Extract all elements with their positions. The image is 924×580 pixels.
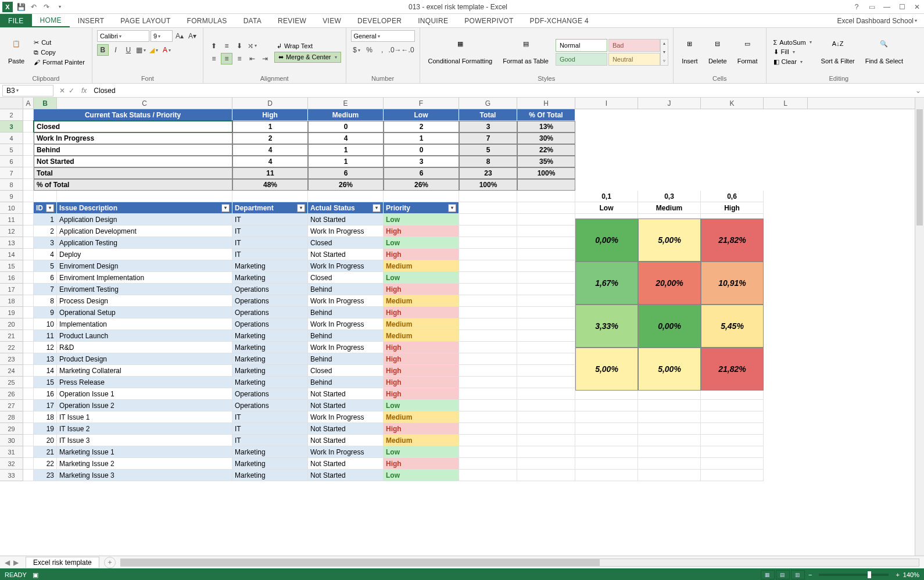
matrix-cell[interactable]: 5,00% <box>575 348 638 391</box>
issue-id[interactable]: 14 <box>34 365 57 377</box>
paste-button[interactable]: 📋 Paste <box>5 39 28 66</box>
copy-button[interactable]: ⧉Copy <box>31 48 87 57</box>
summary-val[interactable]: 0 <box>308 121 384 133</box>
row-header[interactable]: 15 <box>0 260 23 272</box>
issue-desc[interactable]: Operation Issue 2 <box>57 400 232 411</box>
cell[interactable] <box>459 284 517 295</box>
issue-dept[interactable]: Marketing <box>232 353 308 365</box>
vertical-scrollbar[interactable] <box>915 98 924 556</box>
cell[interactable] <box>23 353 34 365</box>
issue-status[interactable]: Closed <box>308 272 384 284</box>
issue-priority[interactable]: Medium <box>384 435 459 446</box>
issue-desc[interactable]: Application Testing <box>57 237 232 249</box>
cell[interactable] <box>575 470 638 481</box>
col-header-I[interactable]: I <box>575 98 638 109</box>
underline-button[interactable]: U <box>123 44 134 56</box>
summary-val[interactable]: 1 <box>384 133 459 144</box>
issue-desc[interactable]: Application Design <box>57 214 232 225</box>
tab-home[interactable]: HOME <box>32 14 70 27</box>
cell[interactable] <box>459 388 517 400</box>
cell[interactable] <box>517 202 575 214</box>
row-header[interactable]: 22 <box>0 342 23 353</box>
summary-val[interactable]: 1 <box>308 156 384 167</box>
cell[interactable] <box>701 411 764 423</box>
tab-file[interactable]: FILE <box>0 14 32 27</box>
indent-increase-button[interactable]: ⇥ <box>259 53 271 65</box>
cell[interactable] <box>23 388 34 400</box>
cell[interactable] <box>23 237 34 249</box>
cell[interactable] <box>23 249 34 260</box>
cell[interactable] <box>517 330 575 342</box>
cell[interactable] <box>575 435 638 446</box>
issue-desc[interactable]: Product Launch <box>57 330 232 342</box>
cell[interactable] <box>23 272 34 284</box>
issue-dept[interactable]: Operations <box>232 400 308 411</box>
row-header[interactable]: 31 <box>0 446 23 458</box>
style-neutral[interactable]: Neutral <box>608 53 660 66</box>
cell[interactable] <box>638 400 701 411</box>
col-header-E[interactable]: E <box>308 98 384 109</box>
summary-total[interactable]: 6 <box>308 167 384 179</box>
tab-insert[interactable]: INSERT <box>70 14 113 27</box>
cell[interactable] <box>575 411 638 423</box>
issue-desc[interactable]: Marketing Issue 3 <box>57 470 232 481</box>
row-header[interactable]: 24 <box>0 365 23 377</box>
cell[interactable] <box>23 458 34 470</box>
issue-status[interactable]: Not Started <box>308 249 384 260</box>
cell[interactable] <box>459 411 517 423</box>
issue-desc[interactable]: Marketing Issue 1 <box>57 446 232 458</box>
cell[interactable] <box>517 458 575 470</box>
row-header[interactable]: 23 <box>0 353 23 365</box>
cell[interactable] <box>23 400 34 411</box>
cell[interactable] <box>701 458 764 470</box>
cell[interactable] <box>517 446 575 458</box>
issue-desc[interactable]: Operational Setup <box>57 307 232 318</box>
issues-header[interactable]: Issue Description▾ <box>57 202 232 214</box>
maximize-icon[interactable]: ☐ <box>897 2 907 12</box>
row-header[interactable]: 8 <box>0 179 23 191</box>
issue-dept[interactable]: Marketing <box>232 458 308 470</box>
matrix-cell[interactable]: 5,00% <box>638 348 701 391</box>
matrix-cell[interactable]: 0,00% <box>638 305 701 348</box>
row-header[interactable]: 21 <box>0 330 23 342</box>
issue-desc[interactable]: IT Issue 1 <box>57 411 232 423</box>
cell[interactable] <box>23 318 34 330</box>
issue-status[interactable]: Work In Progress <box>308 318 384 330</box>
row-header[interactable]: 10 <box>0 202 23 214</box>
row-header[interactable]: 17 <box>0 284 23 295</box>
matrix-cell[interactable]: 5,45% <box>701 305 764 348</box>
issue-status[interactable]: Not Started <box>308 470 384 481</box>
issue-id[interactable]: 20 <box>34 435 57 446</box>
decrease-font-button[interactable]: A▾ <box>187 30 198 42</box>
issue-id[interactable]: 21 <box>34 446 57 458</box>
tab-view[interactable]: VIEW <box>314 14 349 27</box>
cell[interactable] <box>638 458 701 470</box>
filter-button[interactable]: ▾ <box>46 204 54 212</box>
issue-desc[interactable]: IT Issue 3 <box>57 435 232 446</box>
issue-desc[interactable]: Enviroment Design <box>57 260 232 272</box>
cell[interactable] <box>517 365 575 377</box>
column-headers[interactable]: ABCDEFGHIJKL <box>0 98 924 109</box>
issue-dept[interactable]: Marketing <box>232 446 308 458</box>
row-header[interactable]: 14 <box>0 249 23 260</box>
cell[interactable] <box>23 179 34 191</box>
issue-priority[interactable]: High <box>384 377 459 388</box>
cell[interactable] <box>34 191 57 202</box>
cell[interactable] <box>459 202 517 214</box>
issue-dept[interactable]: IT <box>232 225 308 237</box>
issue-status[interactable]: Work In Progress <box>308 260 384 272</box>
row-header[interactable]: 26 <box>0 388 23 400</box>
issue-priority[interactable]: Low <box>384 400 459 411</box>
issue-priority[interactable]: Low <box>384 446 459 458</box>
issue-desc[interactable]: Enviroment Testing <box>57 284 232 295</box>
row-header[interactable]: 13 <box>0 237 23 249</box>
matrix-cell[interactable]: 3,33% <box>575 305 638 348</box>
cell[interactable] <box>459 318 517 330</box>
tab-pdf-xchange[interactable]: PDF-XChange 4 <box>522 14 597 27</box>
cell[interactable] <box>23 121 34 133</box>
cell[interactable] <box>459 295 517 307</box>
issue-dept[interactable]: IT <box>232 214 308 225</box>
increase-font-button[interactable]: A▴ <box>174 30 185 42</box>
row-header[interactable]: 7 <box>0 167 23 179</box>
cell[interactable] <box>517 470 575 481</box>
